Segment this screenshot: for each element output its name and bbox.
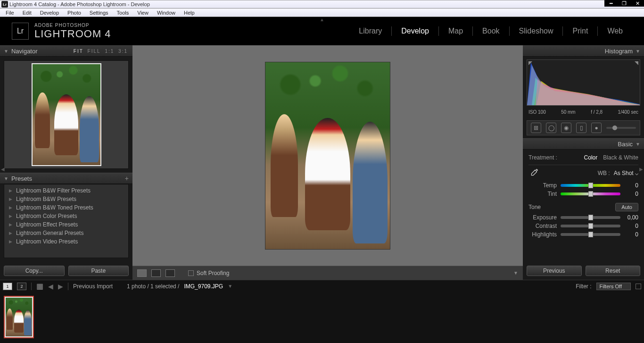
histogram-exif: ISO 100 50 mm f / 2,8 1/400 sec: [523, 109, 644, 117]
reset-button[interactable]: Reset: [586, 266, 641, 276]
menu-tools[interactable]: Tools: [113, 10, 133, 16]
module-develop[interactable]: Develop: [392, 27, 438, 35]
minimize-button[interactable]: ━: [604, 0, 618, 7]
loupe-view-icon[interactable]: [137, 269, 147, 277]
preset-folder[interactable]: ▶Lightroom B&W Filter Presets: [4, 186, 128, 195]
temp-slider-row: Temp 0: [528, 181, 638, 190]
next-photo-icon[interactable]: ▶: [58, 283, 63, 290]
selection-count: 1 photo / 1 selected /: [127, 283, 179, 290]
primary-display-button[interactable]: 1: [3, 283, 12, 290]
basic-header[interactable]: Basic ▼: [523, 138, 644, 150]
current-filename[interactable]: IMG_9709.JPG: [184, 283, 223, 290]
add-preset-icon[interactable]: +: [125, 175, 129, 182]
histogram-header[interactable]: Histogram ▼: [523, 45, 644, 57]
zoom-fill[interactable]: FILL: [87, 49, 102, 54]
histogram[interactable]: [527, 59, 640, 106]
eyedropper-icon[interactable]: [528, 168, 539, 178]
zoom-fit[interactable]: FIT: [73, 49, 84, 54]
menu-file[interactable]: File: [1, 10, 18, 16]
left-panel-toggle-icon[interactable]: ◀: [1, 165, 5, 173]
spot-tool-icon[interactable]: ◯: [546, 123, 556, 133]
exif-shutter: 1/400 sec: [618, 109, 638, 115]
tint-value[interactable]: 0: [624, 191, 638, 197]
soft-proofing-toggle[interactable]: Soft Proofing: [188, 270, 229, 276]
module-slideshow[interactable]: Slideshow: [510, 27, 563, 35]
zoom-3to1[interactable]: 3:1: [117, 49, 129, 54]
previous-button[interactable]: Previous: [527, 266, 582, 276]
whitebalance-row: WB : As Shot ⌵: [528, 165, 638, 181]
menu-window[interactable]: Window: [153, 10, 180, 16]
expand-icon: ▶: [9, 197, 12, 201]
preset-folder[interactable]: ▶Lightroom Color Presets: [4, 212, 128, 220]
histogram-graph: [527, 60, 640, 105]
gradient-tool-icon[interactable]: ▯: [576, 123, 586, 133]
prev-photo-icon[interactable]: ◀: [48, 283, 53, 290]
navigator-preview[interactable]: [4, 60, 129, 169]
module-library[interactable]: Library: [349, 27, 391, 35]
temp-slider[interactable]: [561, 184, 620, 187]
contrast-value[interactable]: 0: [624, 223, 638, 229]
filmstrip-thumbnail[interactable]: [4, 296, 34, 338]
presets-header[interactable]: ▼ Presets +: [0, 173, 132, 184]
expand-icon: ▶: [9, 205, 12, 210]
compare-view-icon[interactable]: [151, 269, 161, 277]
module-book[interactable]: Book: [473, 27, 509, 35]
highlight-clip-icon[interactable]: [635, 61, 638, 65]
exposure-value[interactable]: 0,00: [624, 214, 638, 221]
tint-slider[interactable]: [561, 192, 620, 195]
right-panel-toggle-icon[interactable]: ▶: [639, 165, 643, 173]
canvas[interactable]: [132, 45, 523, 266]
source-label[interactable]: Previous Import: [73, 283, 113, 290]
contrast-slider[interactable]: [561, 225, 620, 227]
preset-folder[interactable]: ▶Lightroom B&W Toned Presets: [4, 203, 128, 212]
preset-folder[interactable]: ▶Lightroom General Presets: [4, 229, 128, 237]
highlights-value[interactable]: 0: [624, 231, 638, 238]
treatment-bw[interactable]: Black & White: [603, 154, 638, 161]
workspace: ◀ ▶ ▼ Navigator FIT FILL 1:1 3:1 ▼ Prese…: [0, 45, 644, 280]
copy-button[interactable]: Copy...: [4, 266, 65, 276]
module-map[interactable]: Map: [439, 27, 472, 35]
reference-view-icon[interactable]: [165, 269, 175, 277]
maximize-button[interactable]: ❐: [618, 0, 631, 7]
secondary-display-button[interactable]: 2: [17, 283, 26, 290]
preset-folder[interactable]: ▶Lightroom Effect Presets: [4, 220, 128, 229]
shadow-clip-icon[interactable]: [528, 61, 532, 65]
navigator-header[interactable]: ▼ Navigator FIT FILL 1:1 3:1: [0, 45, 132, 57]
filter-lock-icon[interactable]: [636, 284, 641, 289]
highlights-slider[interactable]: [561, 233, 620, 236]
crop-tool-icon[interactable]: ⊞: [531, 123, 541, 133]
brush-tool-icon[interactable]: ●: [591, 123, 602, 133]
wb-select[interactable]: As Shot ⌵: [614, 170, 638, 176]
tool-size-slider[interactable]: [606, 127, 636, 129]
navigator-zoom-controls: FIT FILL 1:1 3:1: [73, 49, 129, 54]
grid-view-icon[interactable]: ▦: [36, 282, 43, 291]
logo-subtitle: ADOBE PHOTOSHOP: [34, 23, 111, 28]
filter-select[interactable]: Filters Off: [596, 283, 631, 290]
menu-settings[interactable]: Settings: [85, 10, 113, 16]
exposure-slider[interactable]: [561, 216, 620, 219]
preset-folder[interactable]: ▶Lightroom Video Presets: [4, 237, 128, 246]
module-print[interactable]: Print: [563, 27, 597, 35]
preset-folder[interactable]: ▶Lightroom B&W Presets: [4, 195, 128, 203]
menu-help[interactable]: Help: [180, 10, 199, 16]
redeye-tool-icon[interactable]: ◉: [561, 123, 571, 133]
treatment-color[interactable]: Color: [584, 154, 598, 161]
filter-label: Filter :: [576, 283, 591, 290]
close-button[interactable]: ✕: [631, 0, 644, 7]
filename-dropdown-icon[interactable]: ▼: [228, 284, 232, 289]
menu-edit[interactable]: Edit: [18, 10, 36, 16]
auto-tone-button[interactable]: Auto: [615, 203, 638, 211]
menu-view[interactable]: View: [133, 10, 153, 16]
module-web[interactable]: Web: [598, 27, 632, 35]
zoom-1to1[interactable]: 1:1: [104, 49, 115, 54]
paste-button[interactable]: Paste: [68, 266, 129, 276]
temp-value[interactable]: 0: [624, 182, 638, 189]
menu-photo[interactable]: Photo: [63, 10, 85, 16]
exposure-slider-row: Exposure 0,00: [528, 213, 638, 222]
presets-title: Presets: [11, 175, 125, 182]
filmstrip[interactable]: [0, 292, 644, 343]
toolbar-options-icon[interactable]: ▼: [513, 270, 518, 276]
menu-develop[interactable]: Develop: [36, 10, 63, 16]
top-panel-toggle-icon[interactable]: ▲: [319, 17, 325, 20]
exif-aperture: f / 2,8: [591, 109, 603, 115]
